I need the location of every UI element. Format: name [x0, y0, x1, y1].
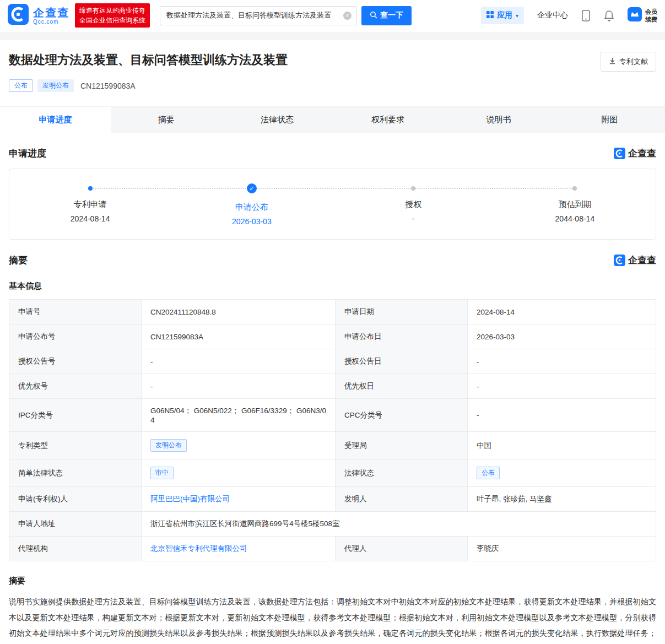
qcc-watermark-icon: [614, 255, 625, 266]
field-value: -: [468, 349, 656, 374]
field-label: 申请日期: [336, 300, 468, 324]
field-value: -: [142, 374, 336, 399]
field-label: 申请(专利权)人: [9, 487, 142, 512]
field-value: 审中: [142, 459, 336, 487]
page-title: 数据处理方法及装置、目标问答模型训练方法及装置: [9, 52, 288, 68]
slogan-badge: 缔造有远见的商业传奇 全国企业信用查询系统: [75, 3, 150, 28]
topbar: 企查查 Qcc.com 缔造有远见的商业传奇 全国企业信用查询系统 × 查一下 …: [0, 0, 665, 32]
clear-icon[interactable]: ×: [343, 12, 352, 20]
tab-drawings[interactable]: 附图: [554, 107, 665, 133]
field-value: 阿里巴巴(中国)有限公司: [142, 487, 336, 512]
table-row: 授权公告号 - 授权公告日 -: [9, 349, 656, 374]
qcc-watermark: 企查查: [614, 147, 656, 160]
timeline-dot: [411, 186, 415, 191]
field-value: 叶子昂, 张珍茹, 马坚鑫: [468, 487, 656, 512]
application-progress-section: 申请进度 企查查 专利申请 2024-08-14 ✓ 申请公布 2026-03-…: [0, 133, 665, 240]
qcc-logo-icon: [8, 4, 29, 27]
field-label: CPC分类号: [336, 399, 468, 432]
progress-section-title: 申请进度: [9, 147, 46, 160]
patent-document-button[interactable]: 专利文献: [601, 52, 656, 72]
tab-claims[interactable]: 权利要求: [333, 107, 444, 133]
field-value: CN121599083A: [142, 324, 336, 349]
field-label: 授权公告号: [9, 349, 142, 374]
mobile-phone-icon[interactable]: [581, 10, 591, 21]
abstract-heading: 摘要: [9, 576, 656, 586]
search-bar: × 查一下: [160, 6, 412, 25]
patent-document-label: 专利文献: [619, 57, 648, 67]
field-label: IPC分类号: [9, 399, 142, 432]
timeline-step-expiry: 预估到期 2044-08-14: [494, 183, 656, 226]
field-label: 授权公告日: [336, 349, 468, 374]
search-button-label: 查一下: [380, 10, 403, 20]
publish-status-tag: 公布: [9, 79, 33, 92]
top-nav: 应用 ▾ 企业中心 会员 续费: [481, 7, 657, 24]
chevron-down-icon: ▾: [516, 13, 518, 19]
field-label: 简单法律状态: [9, 459, 142, 487]
table-row: 优先权号 - 优先权日 -: [9, 374, 656, 399]
basic-info-heading: 基本信息: [9, 281, 656, 291]
field-label: 代理人: [336, 537, 468, 561]
title-section: 数据处理方法及装置、目标问答模型训练方法及装置 专利文献 公布 发明公布 CN1…: [0, 40, 665, 92]
grid-icon: [486, 11, 494, 20]
logo-subtext: Qcc.com: [33, 19, 69, 25]
field-label: 优先权日: [336, 374, 468, 399]
table-row: 代理机构 北京智信禾专利代理有限公司 代理人 李晓庆: [9, 537, 656, 561]
field-value: 发明公布: [142, 432, 336, 459]
tab-description[interactable]: 说明书: [444, 107, 554, 133]
vip-label-line1: 会员: [645, 8, 657, 15]
field-value: -: [468, 399, 656, 432]
vip-renew-button[interactable]: 会员 续费: [628, 7, 657, 24]
field-label: 申请公布日: [336, 324, 468, 349]
table-row: 专利类型 发明公布 受理局 中国: [9, 432, 656, 459]
timeline-step-filing: 专利申请 2024-08-14: [9, 183, 171, 226]
enterprise-center-link[interactable]: 企业中心: [537, 10, 568, 20]
field-value: G06N5/04； G06N5/022； G06F16/3329； G06N3/…: [142, 399, 336, 432]
tab-application-progress[interactable]: 申请进度: [0, 107, 111, 133]
search-button[interactable]: 查一下: [361, 6, 412, 25]
check-icon: ✓: [247, 183, 257, 193]
timeline-dot: [88, 186, 93, 191]
apps-menu[interactable]: 应用 ▾: [481, 7, 524, 24]
field-value: 中国: [468, 432, 656, 459]
field-label: 申请号: [9, 300, 142, 324]
table-row: 简单法律状态 审中 法律状态 公布: [9, 459, 656, 487]
table-row: 申请公布号 CN121599083A 申请公布日 2026-03-03: [9, 324, 656, 349]
field-label: 优先权号: [9, 374, 142, 399]
abstract-text: 说明书实施例提供数据处理方法及装置、目标问答模型训练方法及装置，该数据处理方法包…: [9, 594, 656, 644]
field-label: 申请公布号: [9, 324, 142, 349]
qcc-watermark: 企查查: [614, 254, 656, 267]
abstract-section-title: 摘要: [9, 254, 28, 267]
simple-legal-status-tag: 审中: [150, 467, 174, 479]
field-value: 浙江省杭州市滨江区长河街道网商路699号4号楼5楼508室: [142, 512, 656, 537]
field-value: 北京智信禾专利代理有限公司: [142, 537, 336, 561]
abstract-section: 摘要 企查查 基本信息 申请号 CN202411120848.8 申请日期 20…: [0, 240, 665, 644]
slogan-line2: 全国企业信用查询系统: [79, 15, 145, 25]
field-label: 专利类型: [9, 432, 142, 459]
timeline-card: 专利申请 2024-08-14 ✓ 申请公布 2026-03-03 授权 - 预…: [9, 169, 656, 240]
applicant-link[interactable]: 阿里巴巴(中国)有限公司: [150, 495, 230, 503]
header-divider: [0, 32, 665, 40]
download-icon: [609, 57, 616, 66]
field-label: 受理局: [336, 432, 468, 459]
qcc-logo[interactable]: 企查查 Qcc.com: [8, 4, 69, 27]
basic-info-table: 申请号 CN202411120848.8 申请日期 2024-08-14 申请公…: [9, 299, 656, 561]
field-value: 2024-08-14: [468, 300, 656, 324]
qcc-watermark-icon: [614, 148, 625, 159]
legal-status-tag: 公布: [477, 467, 500, 479]
tabbar: 申请进度 摘要 法律状态 权利要求 说明书 附图: [0, 106, 665, 133]
agency-link[interactable]: 北京智信禾专利代理有限公司: [150, 544, 247, 553]
apps-label: 应用: [497, 10, 512, 20]
field-label: 发明人: [336, 487, 468, 512]
slogan-line1: 缔造有远见的商业传奇: [79, 6, 145, 15]
notification-bell-icon[interactable]: [604, 10, 614, 21]
vip-label-line2: 续费: [645, 15, 657, 23]
tab-abstract[interactable]: 摘要: [111, 107, 221, 133]
field-value: -: [142, 349, 336, 374]
timeline-step-publication: ✓ 申请公布 2026-03-03: [171, 183, 332, 226]
tab-legal-status[interactable]: 法律状态: [221, 107, 332, 133]
table-row: 申请(专利权)人 阿里巴巴(中国)有限公司 发明人 叶子昂, 张珍茹, 马坚鑫: [9, 487, 656, 512]
table-row: IPC分类号 G06N5/04； G06N5/022； G06F16/3329；…: [9, 399, 656, 432]
patent-type-tag: 发明公布: [150, 439, 187, 452]
field-value: CN202411120848.8: [142, 300, 336, 324]
search-input[interactable]: [165, 11, 343, 20]
